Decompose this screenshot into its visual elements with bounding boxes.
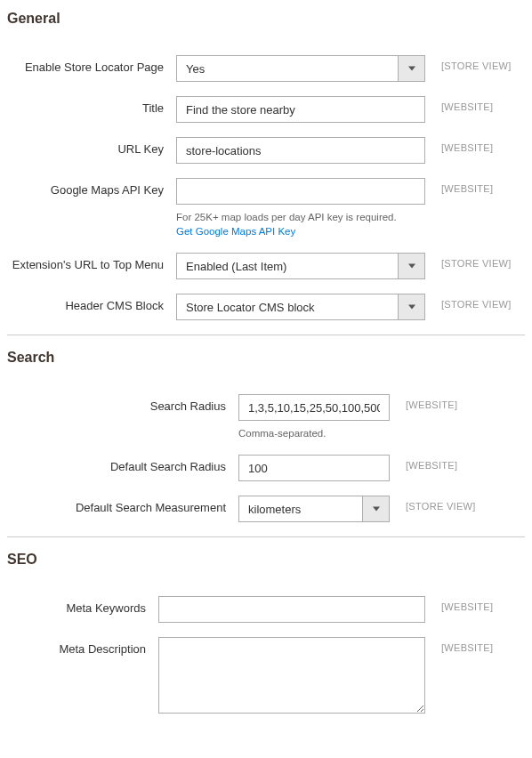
field-default-radius: Default Search Radius [WEBSITE] [7, 455, 525, 481]
divider [7, 335, 525, 335]
field-meta-keywords: Meta Keywords [WEBSITE] [7, 596, 525, 623]
search-radius-scope: [WEBSITE] [390, 394, 457, 410]
url-key-input[interactable] [176, 137, 425, 164]
search-radius-label: Search Radius [7, 394, 238, 413]
measurement-label: Default Search Measurement [7, 496, 238, 514]
section-title-search: Search [7, 343, 525, 373]
chevron-down-icon [398, 56, 424, 81]
top-menu-label: Extension's URL to Top Menu [7, 253, 176, 271]
default-radius-label: Default Search Radius [7, 455, 238, 473]
enable-select[interactable]: Yes [176, 55, 425, 82]
section-title-seo: SEO [7, 544, 525, 575]
measurement-select-value: kilometers [239, 503, 362, 516]
field-measurement: Default Search Measurement kilometers [S… [7, 496, 525, 522]
meta-keywords-input[interactable] [158, 596, 425, 623]
meta-keywords-label: Meta Keywords [7, 596, 158, 615]
measurement-scope: [STORE VIEW] [390, 496, 476, 512]
field-enable-store-locator: Enable Store Locator Page Yes [STORE VIE… [7, 55, 525, 82]
top-menu-scope: [STORE VIEW] [425, 253, 512, 269]
api-key-label: Google Maps API Key [7, 178, 176, 197]
url-key-scope: [WEBSITE] [425, 137, 493, 153]
top-menu-select[interactable]: Enabled (Last Item) [176, 253, 425, 279]
header-cms-label: Header CMS Block [7, 294, 176, 312]
field-api-key: Google Maps API Key For 25K+ map loads p… [7, 178, 525, 238]
field-top-menu: Extension's URL to Top Menu Enabled (Las… [7, 253, 525, 279]
field-header-cms: Header CMS Block Store Locator CMS block… [7, 294, 525, 320]
enable-label: Enable Store Locator Page [7, 55, 176, 74]
enable-scope: [STORE VIEW] [425, 55, 512, 71]
meta-keywords-scope: [WEBSITE] [425, 596, 493, 612]
header-cms-select-value: Store Locator CMS block [177, 301, 398, 314]
chevron-down-icon [362, 496, 389, 521]
title-scope: [WEBSITE] [425, 96, 493, 112]
api-key-note: For 25K+ map loads per day API key is re… [176, 210, 425, 238]
search-radius-input[interactable] [238, 394, 390, 421]
meta-description-scope: [WEBSITE] [425, 637, 493, 653]
search-radius-note: Comma-separated. [238, 426, 390, 440]
url-key-label: URL Key [7, 137, 176, 156]
field-title: Title [WEBSITE] [7, 96, 525, 123]
api-key-input[interactable] [176, 178, 425, 205]
api-key-scope: [WEBSITE] [425, 178, 493, 194]
section-title-general: General [7, 4, 525, 34]
divider [7, 536, 525, 537]
title-label: Title [7, 96, 176, 115]
default-radius-input[interactable] [238, 455, 390, 481]
header-cms-select[interactable]: Store Locator CMS block [176, 294, 425, 320]
field-meta-description: Meta Description [WEBSITE] [7, 637, 525, 716]
title-input[interactable] [176, 96, 425, 123]
chevron-down-icon [398, 294, 424, 319]
default-radius-scope: [WEBSITE] [390, 455, 457, 471]
meta-description-label: Meta Description [7, 637, 158, 656]
top-menu-select-value: Enabled (Last Item) [177, 260, 398, 273]
field-url-key: URL Key [WEBSITE] [7, 137, 525, 164]
header-cms-scope: [STORE VIEW] [425, 294, 512, 310]
chevron-down-icon [398, 254, 424, 278]
api-key-link[interactable]: Get Google Maps API Key [176, 224, 425, 238]
meta-description-textarea[interactable] [158, 637, 425, 714]
measurement-select[interactable]: kilometers [238, 496, 390, 522]
enable-select-value: Yes [177, 62, 398, 76]
api-key-note-text: For 25K+ map loads per day API key is re… [176, 212, 397, 222]
field-search-radius: Search Radius Comma-separated. [WEBSITE] [7, 394, 525, 440]
